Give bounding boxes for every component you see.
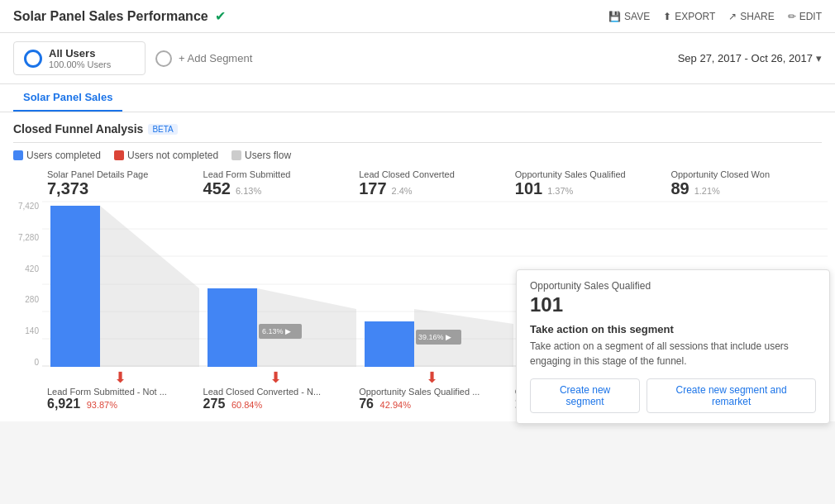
- drop-label-0: Lead Form Submitted - Not ...: [47, 387, 193, 397]
- segment-bar: All Users 100.00% Users + Add Segment Se…: [0, 33, 835, 84]
- bar-0[interactable]: [50, 206, 100, 367]
- date-range-text: Sep 27, 2017 - Oct 26, 2017: [678, 52, 813, 64]
- tooltip-popup: Opportunity Sales Qualified 101 Take act…: [516, 269, 830, 424]
- step-value-2: 177: [359, 179, 386, 198]
- drop-arrow-1: ⬇: [198, 368, 355, 387]
- bar-1[interactable]: [208, 288, 257, 367]
- add-segment-label: + Add Segment: [179, 52, 252, 64]
- drop-value-1: 275: [203, 397, 226, 411]
- step-label-3: Opportunity Sales Qualified: [515, 169, 661, 179]
- legend-completed-icon: [13, 150, 23, 160]
- segment-pct: 100.00% Users: [49, 59, 111, 69]
- add-segment-button[interactable]: + Add Segment: [155, 50, 252, 67]
- legend-completed-label: Users completed: [26, 150, 101, 161]
- date-range-picker[interactable]: Sep 27, 2017 - Oct 26, 2017 ▾: [678, 52, 822, 64]
- drop-arrow-0: ⬇: [42, 368, 198, 387]
- step-value-4: 89: [670, 179, 689, 198]
- funnel-headers: Solar Panel Details Page 7,373 Lead Form…: [13, 169, 822, 198]
- drop-arrow-2: ⬇: [354, 368, 510, 387]
- step-label-2: Lead Closed Converted: [359, 169, 505, 179]
- funnel-header-4: Opportunity Closed Won 89 1.21%: [666, 169, 822, 198]
- main-content: Closed Funnel Analysis BETA Users comple…: [0, 112, 835, 421]
- verified-icon: ✔: [215, 8, 226, 24]
- drop-pct-1: 60.84%: [231, 400, 262, 410]
- step-label-4: Opportunity Closed Won: [670, 169, 817, 179]
- funnel-header-0: Solar Panel Details Page 7,373: [42, 169, 198, 198]
- tab-solar-panel-sales[interactable]: Solar Panel Sales: [13, 84, 122, 112]
- drop-arrow-icon-2: ⬇: [426, 368, 438, 387]
- bottom-col-1: Lead Closed Converted - N... 275 60.84%: [198, 387, 355, 411]
- step-label-0: Solar Panel Details Page: [47, 169, 193, 179]
- create-segment-remarket-button[interactable]: Create new segment and remarket: [647, 378, 816, 413]
- segment-info: All Users 100.00% Users: [49, 47, 111, 69]
- drop-label-2: Opportunity Sales Qualified ...: [359, 387, 505, 397]
- legend: Users completed Users not completed User…: [13, 150, 822, 161]
- bottom-col-0: Lead Form Submitted - Not ... 6,921 93.8…: [42, 387, 198, 411]
- export-button[interactable]: ⬆ EXPORT: [663, 11, 715, 22]
- y-label-2: 420: [13, 264, 39, 273]
- funnel-header-1: Lead Form Submitted 452 6.13%: [198, 169, 355, 198]
- drop-pct-0: 93.87%: [87, 400, 117, 410]
- save-button[interactable]: 💾 SAVE: [608, 11, 650, 22]
- funnel-chart: Solar Panel Details Page 7,373 Lead Form…: [13, 169, 822, 411]
- header-left: Solar Panel Sales Performance ✔: [13, 8, 226, 24]
- tooltip-value: 101: [530, 293, 816, 316]
- drop-arrow-icon-0: ⬇: [114, 368, 126, 387]
- segment-name: All Users: [49, 47, 111, 59]
- save-icon: 💾: [608, 11, 621, 22]
- legend-flow-icon: [231, 150, 241, 160]
- y-axis: 7,420 7,280 420 280 140 0: [13, 202, 42, 367]
- add-segment-circle-icon: [155, 50, 172, 67]
- drop-value-2: 76: [359, 397, 374, 411]
- y-label-3: 280: [13, 295, 39, 304]
- y-label-5: 0: [13, 358, 39, 367]
- tooltip-action-title: Take action on this segment: [530, 323, 816, 335]
- bar-2[interactable]: [365, 321, 414, 367]
- caret-down-icon: ▾: [816, 52, 822, 64]
- step-value-3: 101: [515, 179, 542, 198]
- drop-label-1: Lead Closed Converted - N...: [203, 387, 350, 397]
- tooltip-buttons: Create new segment Create new segment an…: [530, 378, 816, 413]
- tab-bar: Solar Panel Sales: [0, 84, 835, 112]
- segment-all-users[interactable]: All Users 100.00% Users: [13, 41, 146, 75]
- legend-completed: Users completed: [13, 150, 101, 161]
- funnel-header-3: Opportunity Sales Qualified 101 1.37%: [510, 169, 666, 198]
- step-value-0: 7,373: [47, 179, 88, 198]
- divider: [13, 142, 822, 143]
- drop-value-0: 6,921: [47, 397, 80, 411]
- y-label-4: 140: [13, 326, 39, 335]
- y-label-0: 7,420: [13, 202, 39, 211]
- legend-not-completed-label: Users not completed: [127, 150, 218, 161]
- section-title: Closed Funnel Analysis BETA: [13, 122, 822, 136]
- legend-flow: Users flow: [231, 150, 291, 161]
- arrow-pct-2: 39.16% ▶: [418, 333, 451, 341]
- edit-icon: ✏: [788, 11, 796, 22]
- step-pct-4: 1.21%: [694, 186, 720, 196]
- share-button[interactable]: ↗ SHARE: [728, 11, 774, 22]
- step-pct-3: 1.37%: [547, 186, 573, 196]
- edit-button[interactable]: ✏ EDIT: [788, 11, 822, 22]
- header-actions: 💾 SAVE ⬆ EXPORT ↗ SHARE ✏ EDIT: [608, 11, 822, 22]
- page-title: Solar Panel Sales Performance: [13, 9, 208, 24]
- bottom-row: Lead Form Submitted - Not ... 6,921 93.8…: [13, 387, 822, 411]
- step-label-1: Lead Form Submitted: [203, 169, 350, 179]
- flow-0: [100, 206, 199, 367]
- step-pct-2: 2.4%: [392, 186, 413, 196]
- legend-not-completed-icon: [114, 150, 124, 160]
- y-label-1: 7,280: [13, 233, 39, 242]
- step-pct-1: 6.13%: [236, 186, 261, 196]
- arrow-pct-1: 6.13% ▶: [262, 327, 291, 335]
- beta-badge: BETA: [148, 124, 177, 135]
- legend-flow-label: Users flow: [245, 150, 291, 161]
- legend-not-completed: Users not completed: [114, 150, 218, 161]
- tooltip-description: Take action on a segment of all sessions…: [530, 339, 816, 368]
- share-icon: ↗: [728, 11, 737, 22]
- tooltip-stage: Opportunity Sales Qualified: [530, 280, 816, 292]
- create-segment-button[interactable]: Create new segment: [530, 378, 640, 413]
- export-icon: ⬆: [663, 11, 671, 22]
- segment-circle-icon: [24, 50, 42, 68]
- bottom-col-2: Opportunity Sales Qualified ... 76 42.94…: [354, 387, 510, 411]
- header: Solar Panel Sales Performance ✔ 💾 SAVE ⬆…: [0, 0, 835, 33]
- step-value-1: 452: [203, 179, 231, 198]
- funnel-header-2: Lead Closed Converted 177 2.4%: [354, 169, 510, 198]
